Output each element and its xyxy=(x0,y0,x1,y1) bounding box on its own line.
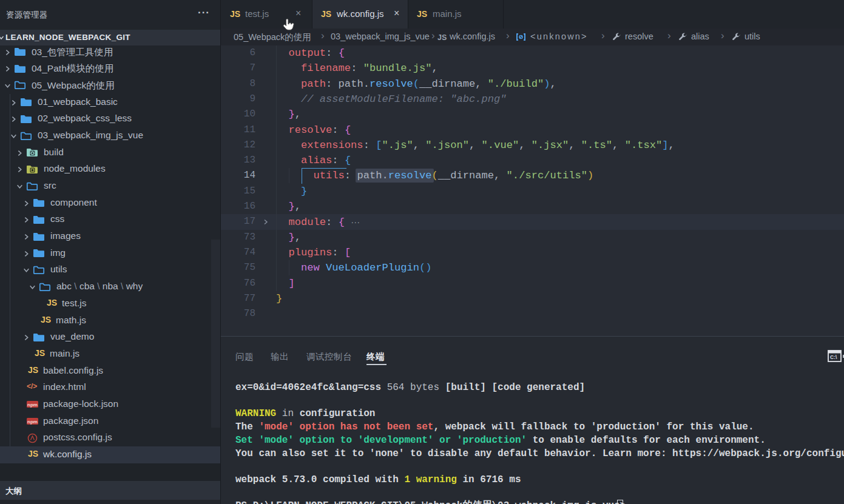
svg-text:C:\: C:\ xyxy=(830,354,837,360)
svg-text:npm: npm xyxy=(27,402,38,408)
svg-text:npm: npm xyxy=(27,419,38,425)
